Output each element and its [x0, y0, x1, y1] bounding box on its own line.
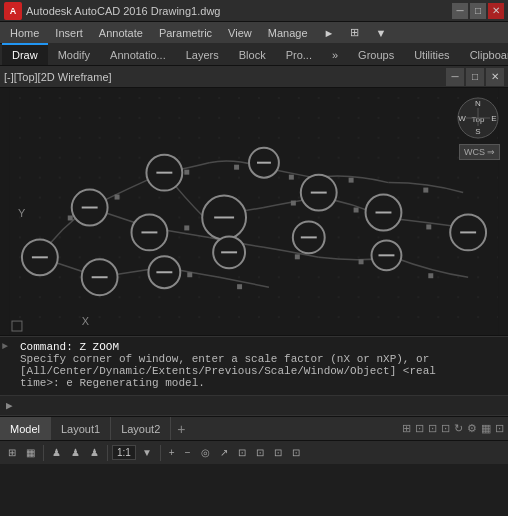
maximize-button[interactable]: □: [470, 3, 486, 19]
tab-block[interactable]: Block: [229, 43, 276, 65]
svg-rect-13: [237, 284, 242, 289]
command-output: ► Command: Z ZOOM Specify corner of wind…: [0, 337, 508, 395]
menu-annotate[interactable]: Annotate: [91, 22, 151, 44]
grid-icon[interactable]: ⊞: [402, 422, 411, 435]
svg-rect-20: [423, 188, 428, 193]
logo-text: A: [10, 6, 17, 16]
cmd-line-2: Specify corner of window, enter a scale …: [20, 353, 488, 365]
menu-extra2[interactable]: ▼: [367, 22, 394, 44]
vp-minimize-btn[interactable]: ─: [446, 68, 464, 86]
svg-rect-17: [349, 178, 354, 183]
snap-icon[interactable]: ⊡: [415, 422, 424, 435]
tab-model[interactable]: Model: [0, 417, 51, 440]
autocad-logo: A: [4, 2, 22, 20]
menu-more[interactable]: ►: [316, 22, 343, 44]
menu-parametric[interactable]: Parametric: [151, 22, 220, 44]
extra-icon[interactable]: ⊡: [495, 422, 504, 435]
svg-rect-8: [184, 225, 189, 230]
ribbon-tabs: Draw Modify Annotatio... Layers Block Pr…: [0, 44, 508, 66]
wcs-arrow: ⇒: [487, 147, 495, 157]
rotate-icon[interactable]: ↻: [454, 422, 463, 435]
svg-rect-22: [428, 273, 433, 278]
canvas-area[interactable]: Y X N S E W Top WCS ⇒: [0, 88, 508, 336]
cmd-arrow-1: ►: [2, 341, 8, 352]
tool-icon-5[interactable]: ⊡: [234, 445, 250, 460]
bottom-toolbar: ⊞ ▦ ♟ ♟ ♟ 1:1 ▼ + − ◎ ↗ ⊡ ⊡ ⊡ ⊡: [0, 440, 508, 464]
tab-layout2[interactable]: Layout2: [111, 417, 171, 440]
model-tabs: Model Layout1 Layout2 +: [0, 417, 191, 440]
wcs-button[interactable]: WCS ⇒: [459, 144, 500, 160]
vp-restore-btn[interactable]: □: [466, 68, 484, 86]
person-icon-2[interactable]: ♟: [67, 445, 84, 460]
snap-toggle[interactable]: ⊞: [4, 445, 20, 460]
svg-rect-10: [234, 165, 239, 170]
viewport-header: [-][Top][2D Wireframe] ─ □ ✕: [0, 66, 508, 88]
layout-icon[interactable]: ▦: [481, 422, 491, 435]
compass: N S E W Top: [456, 96, 500, 140]
svg-rect-21: [426, 224, 431, 229]
person-icon-3[interactable]: ♟: [86, 445, 103, 460]
tab-groups[interactable]: Groups: [348, 43, 404, 65]
cmd-line-4: time>: e Regenerating model.: [20, 377, 488, 389]
tab-draw[interactable]: Draw: [2, 43, 48, 65]
command-prompt[interactable]: ▶: [0, 395, 508, 415]
tool-icon-4[interactable]: ↗: [216, 445, 232, 460]
command-line: ► Command: Z ZOOM Specify corner of wind…: [0, 336, 508, 416]
tab-layers[interactable]: Layers: [176, 43, 229, 65]
svg-rect-5: [115, 195, 120, 200]
tab-layout1[interactable]: Layout1: [51, 417, 111, 440]
tab-properties[interactable]: Pro...: [276, 43, 322, 65]
menu-home[interactable]: Home: [2, 22, 47, 44]
title-bar-controls: ─ □ ✕: [452, 3, 504, 19]
status-bar: Model Layout1 Layout2 + ⊞ ⊡ ⊡ ⊡ ↻ ⚙ ▦ ⊡: [0, 416, 508, 440]
command-prefix: ►: [2, 341, 8, 352]
scale-dropdown[interactable]: ▼: [138, 445, 156, 460]
tab-utilities[interactable]: Utilities: [404, 43, 459, 65]
svg-rect-14: [289, 175, 294, 180]
separator-3: [160, 445, 161, 461]
viewport-controls: ─ □ ✕: [446, 68, 504, 86]
minimize-button[interactable]: ─: [452, 3, 468, 19]
svg-text:Y: Y: [18, 207, 26, 219]
tool-icon-8[interactable]: ⊡: [288, 445, 304, 460]
tab-modify[interactable]: Modify: [48, 43, 100, 65]
wcs-label: WCS: [464, 147, 485, 157]
command-input[interactable]: [17, 400, 417, 412]
tool-icon-3[interactable]: ◎: [197, 445, 214, 460]
svg-rect-19: [359, 259, 364, 264]
ortho-icon[interactable]: ⊡: [428, 422, 437, 435]
grid-toggle[interactable]: ▦: [22, 445, 39, 460]
viewport-label: [-][Top][2D Wireframe]: [4, 71, 112, 83]
person-icon-1[interactable]: ♟: [48, 445, 65, 460]
title-text: Autodesk AutoCAD 2016 Drawing1.dwg: [26, 5, 220, 17]
settings-icon[interactable]: ⚙: [467, 422, 477, 435]
svg-rect-18: [354, 208, 359, 213]
svg-text:E: E: [491, 114, 496, 123]
menu-insert[interactable]: Insert: [47, 22, 91, 44]
vp-close-btn[interactable]: ✕: [486, 68, 504, 86]
tool-icon-2[interactable]: −: [181, 445, 195, 460]
svg-text:X: X: [82, 315, 90, 327]
drawing-canvas: Y X: [0, 88, 508, 335]
tab-more1[interactable]: »: [322, 43, 348, 65]
tool-icon-6[interactable]: ⊡: [252, 445, 268, 460]
add-layout-button[interactable]: +: [171, 419, 191, 439]
svg-text:W: W: [458, 114, 466, 123]
svg-text:N: N: [475, 99, 481, 108]
tab-annotation[interactable]: Annotatio...: [100, 43, 176, 65]
menu-bar: Home Insert Annotate Parametric View Man…: [0, 22, 508, 44]
polar-icon[interactable]: ⊡: [441, 422, 450, 435]
menu-view[interactable]: View: [220, 22, 260, 44]
tool-icon-7[interactable]: ⊡: [270, 445, 286, 460]
tool-icon-1[interactable]: +: [165, 445, 179, 460]
menu-extra1[interactable]: ⊞: [342, 22, 367, 44]
svg-text:S: S: [475, 127, 480, 136]
menu-manage[interactable]: Manage: [260, 22, 316, 44]
separator-1: [43, 445, 44, 461]
close-button[interactable]: ✕: [488, 3, 504, 19]
svg-rect-16: [295, 254, 300, 259]
command-text-block: Command: Z ZOOM Specify corner of window…: [8, 341, 488, 389]
tab-clipboard[interactable]: Clipboard: [460, 43, 508, 65]
svg-rect-9: [187, 272, 192, 277]
separator-2: [107, 445, 108, 461]
